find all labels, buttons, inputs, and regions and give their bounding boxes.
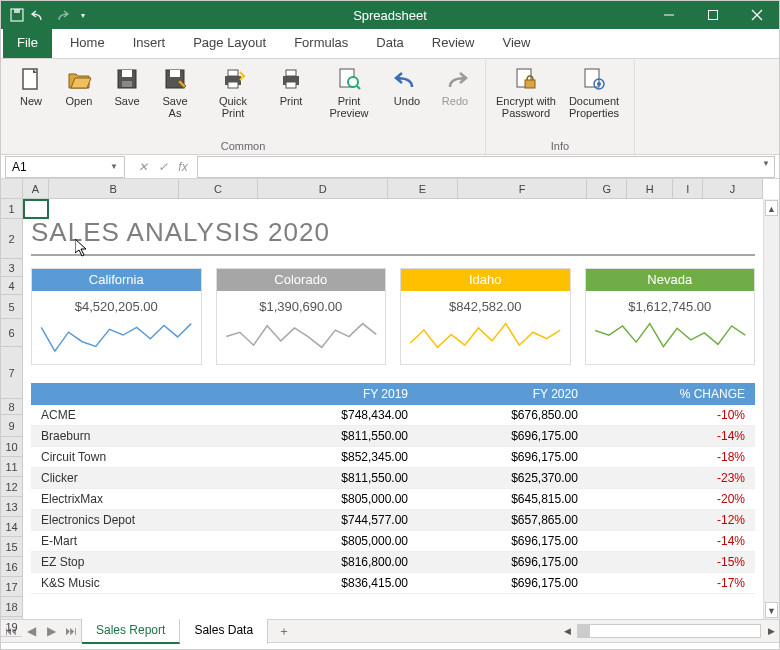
- table-cell[interactable]: $805,000.00: [248, 489, 418, 510]
- table-cell[interactable]: $696,175.00: [418, 552, 588, 573]
- qat-customize-icon[interactable]: ▾: [75, 7, 91, 23]
- col-header-C[interactable]: C: [179, 179, 259, 198]
- table-cell[interactable]: -10%: [588, 405, 755, 426]
- col-header-J[interactable]: J: [703, 179, 763, 198]
- table-cell[interactable]: $696,175.00: [418, 426, 588, 447]
- enter-formula-icon[interactable]: ✓: [155, 160, 171, 174]
- maximize-button[interactable]: [691, 1, 735, 29]
- sheet-tab-sales-report[interactable]: Sales Report: [82, 618, 180, 644]
- scroll-down-icon[interactable]: ▼: [765, 602, 778, 618]
- row-header-16[interactable]: 16: [1, 557, 22, 577]
- ribbon-print-preview-button[interactable]: PrintPreview: [315, 63, 383, 138]
- close-button[interactable]: [735, 1, 779, 29]
- formula-expand-icon[interactable]: ▼: [762, 159, 770, 168]
- table-cell[interactable]: -14%: [588, 531, 755, 552]
- col-header-A[interactable]: A: [23, 179, 49, 198]
- row-header-9[interactable]: 9: [1, 415, 22, 437]
- table-cell[interactable]: Braeburn: [31, 426, 248, 447]
- row-header-4[interactable]: 4: [1, 277, 22, 295]
- hscroll-track[interactable]: [577, 624, 761, 638]
- ribbon-tab-page-layout[interactable]: Page Layout: [179, 28, 280, 58]
- ribbon-new-button[interactable]: New: [7, 63, 55, 138]
- hscroll-thumb[interactable]: [578, 625, 590, 637]
- ribbon-tab-view[interactable]: View: [488, 28, 544, 58]
- sheet-tab-sales-data[interactable]: Sales Data: [180, 618, 268, 644]
- row-header-10[interactable]: 10: [1, 437, 22, 457]
- table-cell[interactable]: $676,850.00: [418, 405, 588, 426]
- table-cell[interactable]: $744,577.00: [248, 510, 418, 531]
- table-cell[interactable]: -14%: [588, 426, 755, 447]
- table-cell[interactable]: -12%: [588, 510, 755, 531]
- table-cell[interactable]: Circuit Town: [31, 447, 248, 468]
- row-header-8[interactable]: 8: [1, 399, 22, 415]
- name-box[interactable]: A1 ▼: [5, 156, 125, 178]
- ribbon-doc-properties-button[interactable]: DocumentProperties: [560, 63, 628, 138]
- table-cell[interactable]: $811,550.00: [248, 426, 418, 447]
- table-cell[interactable]: Electronics Depot: [31, 510, 248, 531]
- row-header-15[interactable]: 15: [1, 537, 22, 557]
- minimize-button[interactable]: [647, 1, 691, 29]
- grid-body[interactable]: SALES ANALYSIS 2020 California$4,520,205…: [23, 199, 763, 619]
- ribbon-undo-button[interactable]: Undo: [383, 63, 431, 138]
- ribbon-save-button[interactable]: Save: [103, 63, 151, 138]
- col-header-H[interactable]: H: [627, 179, 673, 198]
- qat-undo-icon[interactable]: [31, 7, 47, 23]
- table-cell[interactable]: $748,434.00: [248, 405, 418, 426]
- ribbon-tab-file[interactable]: File: [3, 28, 52, 58]
- row-header-14[interactable]: 14: [1, 517, 22, 537]
- row-header-5[interactable]: 5: [1, 295, 22, 319]
- col-header-E[interactable]: E: [388, 179, 458, 198]
- tab-next-icon[interactable]: ▶: [41, 619, 61, 643]
- ribbon-quick-print-button[interactable]: QuickPrint: [199, 63, 267, 138]
- col-header-G[interactable]: G: [587, 179, 627, 198]
- table-cell[interactable]: -18%: [588, 447, 755, 468]
- fx-icon[interactable]: fx: [175, 160, 191, 174]
- cancel-formula-icon[interactable]: ✕: [135, 160, 151, 174]
- table-cell[interactable]: $805,000.00: [248, 531, 418, 552]
- table-cell[interactable]: $657,865.00: [418, 510, 588, 531]
- table-cell[interactable]: $836,415.00: [248, 573, 418, 594]
- row-header-7[interactable]: 7: [1, 347, 22, 399]
- formula-input[interactable]: ▼: [197, 156, 775, 178]
- col-header-I[interactable]: I: [673, 179, 703, 198]
- table-cell[interactable]: $696,175.00: [418, 573, 588, 594]
- table-cell[interactable]: EZ Stop: [31, 552, 248, 573]
- row-header-2[interactable]: 2: [1, 219, 22, 259]
- row-header-19[interactable]: 19: [1, 617, 22, 637]
- ribbon-save-as-button[interactable]: SaveAs: [151, 63, 199, 138]
- table-cell[interactable]: -17%: [588, 573, 755, 594]
- table-cell[interactable]: E-Mart: [31, 531, 248, 552]
- scroll-up-icon[interactable]: ▲: [765, 200, 778, 216]
- ribbon-tab-insert[interactable]: Insert: [119, 28, 180, 58]
- ribbon-tab-data[interactable]: Data: [362, 28, 417, 58]
- table-cell[interactable]: $811,550.00: [248, 468, 418, 489]
- row-header-6[interactable]: 6: [1, 319, 22, 347]
- ribbon-tab-formulas[interactable]: Formulas: [280, 28, 362, 58]
- table-cell[interactable]: $696,175.00: [418, 531, 588, 552]
- name-box-dropdown-icon[interactable]: ▼: [110, 162, 118, 171]
- table-cell[interactable]: -23%: [588, 468, 755, 489]
- table-cell[interactable]: Clicker: [31, 468, 248, 489]
- ribbon-tab-home[interactable]: Home: [56, 28, 119, 58]
- qat-save-icon[interactable]: [9, 7, 25, 23]
- hscroll-left-icon[interactable]: ◀: [559, 626, 575, 636]
- select-all-corner[interactable]: [1, 179, 23, 199]
- tab-prev-icon[interactable]: ◀: [21, 619, 41, 643]
- row-header-18[interactable]: 18: [1, 597, 22, 617]
- horizontal-scrollbar[interactable]: ◀ ▶: [559, 624, 779, 638]
- qat-redo-icon[interactable]: [53, 7, 69, 23]
- row-header-13[interactable]: 13: [1, 497, 22, 517]
- hscroll-right-icon[interactable]: ▶: [763, 626, 779, 636]
- table-cell[interactable]: -15%: [588, 552, 755, 573]
- col-header-B[interactable]: B: [49, 179, 179, 198]
- table-cell[interactable]: K&S Music: [31, 573, 248, 594]
- row-header-17[interactable]: 17: [1, 577, 22, 597]
- table-cell[interactable]: $696,175.00: [418, 447, 588, 468]
- ribbon-encrypt-button[interactable]: Encrypt withPassword: [492, 63, 560, 138]
- row-header-11[interactable]: 11: [1, 457, 22, 477]
- ribbon-tab-review[interactable]: Review: [418, 28, 489, 58]
- vertical-scrollbar[interactable]: ▲ ▼: [763, 199, 779, 619]
- table-cell[interactable]: ACME: [31, 405, 248, 426]
- table-cell[interactable]: $645,815.00: [418, 489, 588, 510]
- add-sheet-button[interactable]: ＋: [268, 623, 300, 640]
